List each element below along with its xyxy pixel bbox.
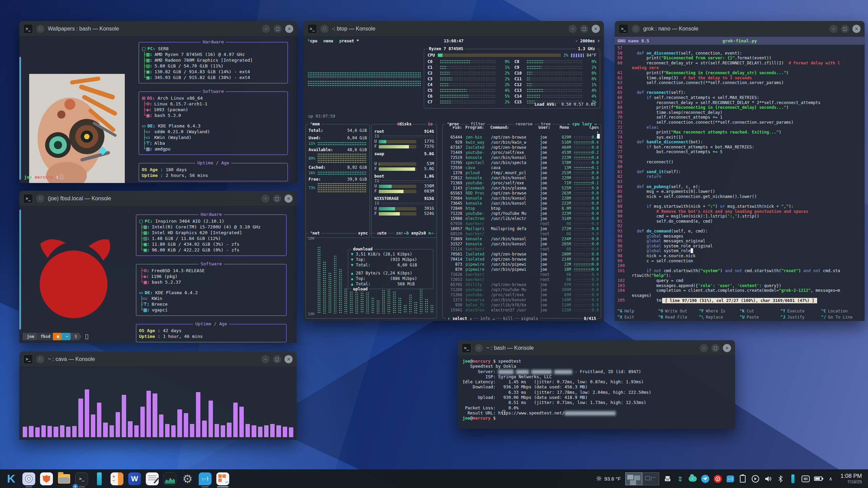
maximize-button[interactable]: □ (273, 195, 281, 203)
terminal-body[interactable] (19, 367, 297, 440)
proc-info[interactable]: info ↵ (479, 316, 496, 321)
titlebar[interactable]: >_ ∷ Wallpapers : bash — Konsole – □ × (19, 21, 297, 37)
close-button[interactable]: × (284, 195, 293, 203)
terminal-body[interactable]: GNU nano 8.5 grok-final.py 5758 def on_d… (615, 37, 865, 321)
proc-row[interactable]: 71266 youtube- /proc/self/exe joe 89M 0.… (443, 292, 601, 298)
proc-row[interactable]: 870 pipewire /usr/bin/pipewi joe 18M 0.0 (443, 267, 601, 272)
nextcloud-waves-icon[interactable]: ≈≈ (676, 475, 684, 483)
titlebar[interactable]: >_ ∷ ~ : cava — Konsole – □ × (19, 351, 297, 367)
task-konversation[interactable]: :-) (197, 469, 213, 488)
task-settings[interactable]: ⚙ (180, 469, 195, 488)
proc-row[interactable]: 72684 konsole /usr/bin/konsol joe 228M 0… (443, 196, 601, 201)
volume-icon[interactable] (764, 475, 772, 483)
task-dolphin[interactable] (56, 469, 72, 488)
proc-signals[interactable]: signals (520, 316, 540, 321)
battery-icon[interactable] (814, 475, 822, 483)
proc-row[interactable]: 71449 youtube- /proc/self/exe joe 453M 0… (443, 150, 601, 155)
proc-select[interactable]: ↑ select ↓ (446, 316, 473, 321)
minimize-button[interactable]: – (261, 195, 270, 203)
weather-widget[interactable]: ☼93.6 °F (595, 474, 620, 483)
proc-row[interactable]: 73645 konsole /usr/bin/konsol joe 222M 0… (443, 201, 601, 206)
proc-row[interactable]: 72550 cava cava joe 13M 0.1 (443, 165, 601, 170)
proc-row[interactable]: 930 baloo_fi /usr/lib/kf6/ba joe 110M 0.… (443, 303, 601, 308)
titlebar[interactable]: >_ ∷ (joe) fbsd.local — Konsole – □ × (19, 191, 297, 206)
titlebar[interactable]: >_ ∷ grok : nano — Konsole – □ × (615, 21, 865, 37)
proc-row[interactable]: 70414 Isolated /opt/zen-browse joe 214M … (443, 257, 601, 262)
proc-row[interactable]: 65444 zen-bin /opt/zen-browse joe 829M 0… (443, 135, 601, 140)
proc-row[interactable]: 72812 konsole /usr/bin/konsol joe 229M 0… (443, 176, 601, 181)
clipboard-icon[interactable] (739, 475, 747, 483)
task-konsole[interactable]: >_+ (74, 469, 90, 488)
proc-row[interactable]: 72626 kworker/ root 0B 0.0 (443, 272, 601, 277)
window-menu-icon[interactable]: ∷ (36, 195, 44, 203)
close-button[interactable]: × (592, 25, 600, 33)
proc-row[interactable]: 65765 Utility /opt/zen-browse joe 97M 0.… (443, 282, 601, 287)
maximize-button[interactable]: □ (273, 355, 281, 363)
scroll-indicator[interactable] (19, 57, 21, 180)
proc-row[interactable]: 16057 Mailspri Mailspring defa joe 272M … (443, 226, 601, 231)
proc-row[interactable]: 1143 plasmash /usr/bin/plasma joe 525M 0… (443, 186, 601, 191)
mem-title[interactable]: ²mem (309, 122, 321, 126)
terminal-body[interactable]: Hardware ▢ PC: SER8 ├▦: AMD Ryzen 7 8745… (19, 37, 297, 183)
maximize-button[interactable]: □ (841, 25, 849, 33)
maximize-button[interactable]: □ (274, 25, 282, 33)
task-brave[interactable] (39, 469, 54, 488)
titlebar[interactable]: >_ ∷ -: btop — Konsole – □ × (303, 21, 604, 37)
proc-reverse[interactable]: reverse (514, 122, 534, 126)
net-title[interactable]: ³net (309, 231, 321, 236)
minimize-button[interactable]: – (261, 355, 270, 363)
close-button[interactable]: × (285, 25, 293, 33)
nano-code-area[interactable]: 5758 def on_disconnect(self, connection,… (617, 46, 863, 303)
proc-sort-mode[interactable]: ← cpu lazy → (566, 122, 598, 126)
teal-indicator-bar[interactable] (789, 475, 797, 483)
bluetooth-icon[interactable] (776, 475, 785, 483)
proc-row[interactable]: 71369 youtube- /proc/self/exe joe 71M 0.… (443, 181, 601, 186)
close-button[interactable]: × (852, 25, 861, 33)
task-color-bar[interactable] (92, 469, 107, 488)
proc-row[interactable]: 71869 konsole /usr/bin/konsol joe 234M 0… (443, 237, 601, 242)
minimize-button[interactable]: – (569, 25, 577, 33)
telegram-icon[interactable] (701, 475, 709, 483)
proc-row[interactable]: 70561 Isolated /opt/zen-browse joe 280M … (443, 252, 601, 257)
youtube-music-icon[interactable] (714, 475, 722, 483)
net-auto-toggle[interactable]: auto (375, 231, 388, 236)
task-system-monitor[interactable] (162, 469, 178, 488)
task-kcalc[interactable]: +− (109, 469, 125, 488)
task-notes[interactable] (144, 469, 160, 488)
media-player-icon[interactable] (751, 475, 760, 483)
task-spectacle[interactable]: ✂ (215, 469, 231, 488)
disks-title[interactable]: ddisks (395, 122, 413, 126)
window-menu-icon[interactable]: ∷ (320, 25, 329, 33)
print-queue-icon[interactable] (664, 475, 672, 483)
titlebar[interactable]: >_ ∷ ~ : bash — Konsole – □ × (458, 340, 735, 356)
desktop-1[interactable] (625, 472, 642, 485)
desktop-2[interactable] (642, 472, 659, 485)
konversation-tray-icon[interactable]: :-) (726, 475, 734, 483)
net-sync-toggle[interactable]: sync (357, 231, 369, 236)
proc-row[interactable]: 72653 kworker/ root 0B 0.0 (443, 277, 601, 282)
proc-tree[interactable]: tree (539, 122, 552, 126)
proc-row[interactable]: 15988 electron /usr/lib/electr joe 314M … (443, 216, 601, 221)
proc-row[interactable]: 31527 konsole /usr/bin/konsol joe 265M 0… (443, 242, 601, 247)
minimize-button[interactable]: – (700, 344, 708, 352)
proc-row[interactable]: 67167 Isolated /opt/zen-browse joe 484M … (443, 145, 601, 150)
pcloud-icon[interactable]: ✓ (689, 475, 697, 483)
terminal-body[interactable]: ¹cpumenupreset * 13:08:47 - 2000ms + Ryz… (303, 37, 604, 321)
proc-row[interactable]: 68520 kworker/ root 0B 0.0 (443, 231, 601, 237)
proc-row[interactable]: 73795 spectacl /usr/bin/specta joe 378M … (443, 160, 601, 165)
touchpad-icon[interactable] (802, 475, 810, 483)
proc-row[interactable]: 72519 konsole /usr/bin/konsol joe 223M 0… (443, 155, 601, 160)
maximize-button[interactable]: □ (711, 344, 719, 352)
proc-row[interactable]: 929 kwin_way /usr/bin/kwin_w joe 516M 0.… (443, 140, 601, 145)
proc-row[interactable]: 72840 btop btop joe 8.0M 0.0 (443, 206, 601, 211)
proc-row[interactable]: 67930 kworker/ root 0B 0.0 (443, 221, 601, 226)
scroll-indicator[interactable] (19, 210, 21, 329)
proc-row[interactable]: 1373 konversa /usr/bin/konver joe 149M 0… (443, 298, 601, 303)
disks-io-toggle[interactable]: io (427, 122, 434, 126)
close-button[interactable]: × (284, 355, 293, 363)
proc-kill[interactable]: kill (502, 316, 514, 321)
proc-row[interactable]: 65563 RDD Proc /opt/zen-browse joe 263M … (443, 191, 601, 196)
net-interface[interactable]: ←b enp2s0 n→ (402, 231, 435, 236)
window-menu-icon[interactable]: ∷ (632, 25, 640, 33)
proc-title[interactable]: ⁴proc (446, 122, 460, 126)
